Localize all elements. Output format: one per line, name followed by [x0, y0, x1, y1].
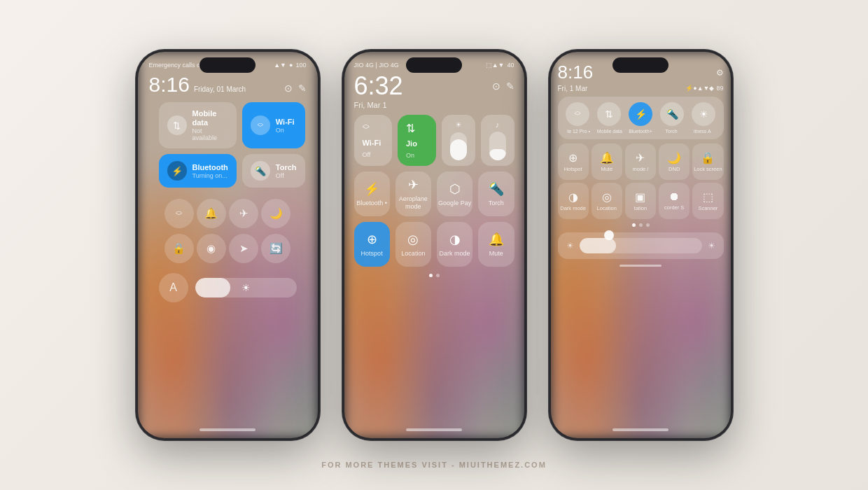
phone1-bell-icon-btn[interactable]: 🔔: [197, 199, 226, 228]
phone3-brightness-row[interactable]: ☀ ☀: [558, 232, 724, 259]
phone3-mobile-toggle[interactable]: ⇅: [597, 102, 621, 126]
phone1-bluetooth-toggle[interactable]: ⚡ Bluetooth Turning on...: [159, 154, 237, 188]
phone2-battery: 40: [507, 62, 514, 69]
phone3-home-indicator: [612, 428, 668, 431]
phone3-gear-icon[interactable]: ⚙: [716, 68, 724, 78]
phone3-station-cell[interactable]: ▣ tation: [625, 183, 656, 219]
phone2-location-btn[interactable]: ◎ Location: [396, 222, 431, 267]
phone2-hotspot-label: Hotspot: [361, 250, 383, 258]
phone2-darkmode-icon: ◑: [449, 232, 461, 247]
phone3-bt-toggle[interactable]: ⚡: [629, 102, 652, 126]
phone-2: JIO 4G | JIO 4G ⬚▲▼ 40 6:32 ⊙ ✎ Fri, Mar…: [342, 49, 527, 441]
phone1-letter-btn[interactable]: A: [159, 273, 188, 302]
phone2-vol2-slider[interactable]: ♪: [481, 115, 514, 166]
phone3-tog-lbl3: Bluetooth+: [626, 129, 654, 134]
phone1-edit-icon[interactable]: ✎: [298, 83, 307, 94]
phone2-search-icon[interactable]: ⊙: [492, 80, 500, 92]
phone3-recorder-lbl: corder S: [664, 205, 684, 211]
phone1-moon-icon-btn[interactable]: 🌙: [261, 199, 290, 228]
phone3-hotspot-cell[interactable]: ⊕ Hotspot: [558, 144, 589, 180]
phone2-vol1-slider[interactable]: ☀: [442, 115, 475, 166]
phone3-dark-cell[interactable]: ◑ Dark mode: [558, 183, 589, 219]
phone3-station-icon: ▣: [635, 190, 645, 204]
phone3-brightness-toggle[interactable]: ☀: [692, 102, 715, 126]
phone3-hotspot-lbl: Hotspot: [564, 167, 582, 172]
phone1-date: Friday, 01 March: [194, 85, 246, 96]
phone1-torch-toggle[interactable]: 🔦 Torch Off: [242, 154, 305, 188]
phone1-mobile-data-toggle[interactable]: ⇅ Mobile data Not available: [159, 102, 237, 148]
phone3-mute-cell[interactable]: 🔔 Mute: [592, 144, 622, 180]
phone2-plane-label: Aeroplane mode: [396, 195, 431, 211]
phone3-torch-toggle[interactable]: 🔦: [660, 102, 684, 126]
phone3-br-max-icon: ☀: [708, 241, 715, 251]
phone1-nav-icon-btn[interactable]: ➤: [229, 234, 258, 263]
phone3-mode-icon: ✈: [636, 151, 645, 164]
phone2-gpay-icon: ⬡: [449, 181, 461, 197]
phone2-signal: ⬚▲▼: [486, 62, 505, 69]
phone1-plane-icon-btn[interactable]: ✈: [229, 199, 258, 228]
phone2-jio-tile[interactable]: ⇅ Jio On: [398, 115, 436, 166]
phone1-search-icon[interactable]: ⊙: [284, 83, 293, 94]
phone-1: Emergency calls o ▲▼ ● 100 8:16 Friday, …: [135, 49, 321, 441]
phone2-bt-icon: ⚡: [364, 181, 379, 197]
phone1-rotate-icon-btn[interactable]: 🔄: [261, 234, 290, 263]
phone1-lock-icon-btn[interactable]: 🔒: [164, 234, 194, 263]
phone2-bluetooth-btn[interactable]: ⚡ Bluetooth •: [354, 172, 390, 216]
phone1-signal-icon: ▲▼: [274, 62, 286, 69]
phone2-mute-icon: 🔔: [489, 232, 504, 247]
phone3-dnd-lbl: DND: [668, 167, 680, 172]
phone2-jio-tile-label: Jio: [406, 139, 428, 148]
phone2-plane-btn[interactable]: ✈ Aeroplane mode: [396, 172, 431, 216]
phone3-dark-lbl: Dark mode: [560, 206, 586, 211]
phone3-lock-lbl: Lock screen: [694, 167, 722, 172]
phone1-wifi-icon-btn[interactable]: ⌔: [164, 199, 194, 228]
phone2-bt-label: Bluetooth •: [356, 200, 387, 207]
phone3-wifi-toggle[interactable]: ⌔: [566, 102, 589, 126]
phone3-hotspot-icon: ⊕: [568, 151, 578, 164]
phone3-location-cell[interactable]: ◎ Location: [592, 183, 622, 219]
phone3-status-icons: ⚡●▲▼◆: [685, 85, 714, 92]
phone1-wifi-toggle[interactable]: ⌔ Wi-Fi On: [242, 102, 305, 148]
phone1-torch-sub: Off: [276, 172, 297, 179]
phone3-scanner-cell[interactable]: ⬚ Scanner: [692, 183, 723, 219]
phone1-brightness-fill: [195, 278, 231, 298]
phone1-brightness-track[interactable]: ☀: [195, 278, 297, 298]
phone2-gpay-btn[interactable]: ⬡ Google Pay: [437, 172, 472, 216]
phone3-recorder-cell[interactable]: ⏺ corder S: [659, 183, 690, 219]
phone3-location-icon: ◎: [602, 190, 612, 204]
phone1-home-indicator: [200, 428, 255, 431]
phone2-dot1: [429, 274, 433, 277]
phone1-wifi-icon: ●: [289, 62, 293, 69]
phone3-time: 8:16: [558, 62, 594, 83]
phone3-dot2: [639, 223, 643, 227]
phone3-location-lbl: Location: [597, 206, 617, 211]
phone3-tog-lbl5: itness A: [688, 129, 716, 134]
phone3-mute-icon: 🔔: [600, 151, 614, 164]
phone2-location-label: Location: [401, 250, 425, 258]
phone2-edit-icon[interactable]: ✎: [506, 80, 514, 92]
phone3-dnd-cell[interactable]: 🌙 DND: [659, 144, 690, 180]
phone2-jio-tile-icon: ⇅: [406, 122, 428, 135]
phone2-darkmode-btn[interactable]: ◑ Dark mode: [437, 222, 472, 267]
phone2-mute-btn[interactable]: 🔔 Mute: [478, 222, 514, 267]
phone3-battery: 89: [716, 85, 723, 92]
phone3-scanner-lbl: Scanner: [698, 206, 718, 211]
phone3-lock-icon: 🔒: [701, 151, 715, 164]
phone3-mode-lbl: mode /: [633, 167, 649, 172]
phone2-torch-btn[interactable]: 🔦 Torch: [478, 172, 514, 216]
phone2-darkmode-label: Dark mode: [440, 250, 470, 258]
phone3-station-lbl: tation: [634, 206, 647, 211]
phone2-vol2-icon: ♪: [496, 120, 500, 129]
phone2-jio-tile-sub: On: [406, 152, 428, 159]
phone2-dots: [354, 271, 514, 283]
phone2-vol2-fill: [489, 149, 506, 160]
phone2-wifi-tile[interactable]: ⌔ Wi-Fi Off: [354, 115, 393, 166]
phone3-lock-cell[interactable]: 🔒 Lock screen: [692, 144, 723, 180]
phone2-torch-label: Torch: [489, 200, 504, 207]
phone3-br-fill: [580, 238, 617, 253]
phone3-mode-cell[interactable]: ✈ mode /: [625, 144, 656, 180]
phone2-hotspot-btn[interactable]: ⊕ Hotspot: [354, 222, 390, 267]
phone3-dnd-icon: 🌙: [667, 151, 681, 164]
phone1-letter-label: A: [169, 281, 177, 294]
phone1-eye-icon-btn[interactable]: ◉: [197, 234, 226, 263]
